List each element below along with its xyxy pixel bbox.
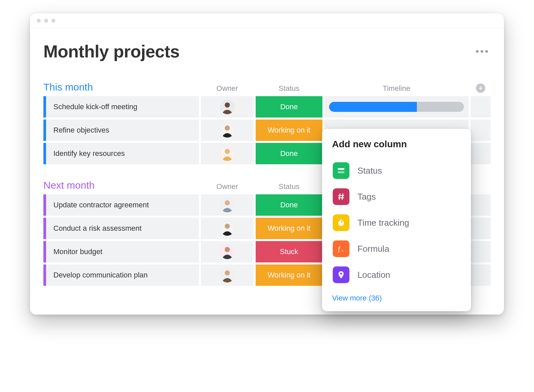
group-header: This month Owner Status Timeline (43, 81, 491, 96)
avatar (220, 100, 235, 114)
item-name[interactable]: Identify key resources (43, 143, 199, 164)
column-type-tags[interactable]: Tags (332, 184, 461, 210)
column-type-label: Location (357, 270, 390, 280)
column-type-label: Formula (357, 244, 389, 254)
owner-cell[interactable] (201, 96, 254, 118)
board-title: Monthly projects (43, 41, 180, 61)
more-dot (481, 50, 483, 53)
board-header: Monthly projects (43, 41, 491, 61)
column-header-owner[interactable]: Owner (201, 182, 254, 191)
status-cell[interactable]: Done (256, 194, 322, 216)
status-cell[interactable]: Done (256, 96, 322, 118)
timeline-fill (329, 102, 417, 112)
more-dot (485, 50, 488, 53)
column-type-time-tracking[interactable]: Time tracking (332, 210, 461, 236)
owner-cell[interactable] (201, 264, 254, 286)
status-icon (333, 162, 349, 179)
extra-cell (471, 96, 491, 118)
board-more-button[interactable] (473, 47, 491, 55)
hash-icon (333, 188, 349, 205)
avatar (220, 123, 235, 138)
status-cell[interactable]: Working on it (256, 120, 322, 141)
svg-point-3 (225, 126, 230, 131)
item-name[interactable]: Develop communication plan (43, 264, 199, 286)
svg-text:x: x (341, 248, 343, 253)
extra-cell (471, 120, 491, 141)
location-pin-icon (333, 266, 349, 283)
window-dot (37, 19, 41, 23)
more-dot (476, 50, 479, 53)
svg-point-7 (225, 200, 230, 205)
status-cell[interactable]: Done (256, 143, 322, 164)
extra-cell (471, 218, 491, 239)
plus-icon (476, 83, 485, 93)
column-type-formula[interactable]: fx Formula (332, 236, 461, 262)
add-column-button[interactable] (471, 83, 491, 93)
status-cell[interactable]: Working on it (256, 218, 322, 239)
stopwatch-icon (333, 214, 349, 231)
view-more-link[interactable]: View more (36) (332, 294, 461, 303)
column-type-label: Time tracking (357, 218, 409, 228)
svg-rect-17 (340, 219, 342, 220)
avatar (220, 244, 235, 259)
popover-title: Add new column (332, 139, 461, 150)
group-title[interactable]: Next month (43, 180, 199, 191)
column-type-location[interactable]: Location (332, 262, 461, 288)
owner-cell[interactable] (201, 120, 254, 141)
column-type-label: Tags (357, 192, 376, 202)
avatar (220, 268, 235, 282)
add-column-popover: Add new column Status Tags Time tracking… (322, 129, 471, 311)
owner-cell[interactable] (201, 194, 254, 216)
svg-text:f: f (338, 245, 341, 253)
window-titlebar (30, 13, 504, 28)
timeline-bar (329, 102, 464, 112)
owner-cell[interactable] (201, 241, 254, 262)
avatar (220, 146, 235, 161)
status-cell[interactable]: Working on it (256, 264, 322, 286)
svg-point-1 (225, 103, 230, 108)
extra-cell (471, 264, 491, 286)
group-title[interactable]: This month (43, 81, 199, 93)
column-header-status[interactable]: Status (256, 84, 322, 93)
status-cell[interactable]: Stuck (256, 241, 322, 262)
table-row[interactable]: Schedule kick-off meeting Done (43, 96, 491, 118)
extra-cell (471, 241, 491, 262)
item-name[interactable]: Monitor budget (43, 241, 199, 262)
window-dot (51, 19, 55, 23)
item-name[interactable]: Refine objectives (43, 120, 199, 141)
owner-cell[interactable] (201, 218, 254, 239)
timeline-cell[interactable] (324, 96, 469, 118)
extra-cell (471, 143, 491, 164)
column-header-owner[interactable]: Owner (201, 84, 254, 93)
extra-cell (471, 194, 491, 216)
svg-point-13 (225, 270, 230, 275)
item-name[interactable]: Conduct a risk assessment (43, 218, 199, 239)
window-dot (44, 19, 48, 23)
svg-rect-15 (338, 171, 344, 173)
avatar (220, 221, 235, 236)
item-name[interactable]: Schedule kick-off meeting (43, 96, 199, 118)
svg-point-9 (225, 224, 230, 229)
owner-cell[interactable] (201, 143, 254, 164)
formula-icon: fx (333, 240, 349, 257)
column-type-label: Status (357, 166, 382, 176)
svg-point-5 (225, 149, 230, 154)
svg-rect-14 (338, 168, 344, 170)
svg-point-11 (225, 247, 230, 252)
column-header-timeline[interactable]: Timeline (324, 84, 469, 93)
item-name[interactable]: Update contractor agreement (43, 194, 199, 216)
column-type-status[interactable]: Status (332, 158, 461, 184)
column-header-status[interactable]: Status (256, 182, 322, 191)
avatar (220, 198, 235, 212)
